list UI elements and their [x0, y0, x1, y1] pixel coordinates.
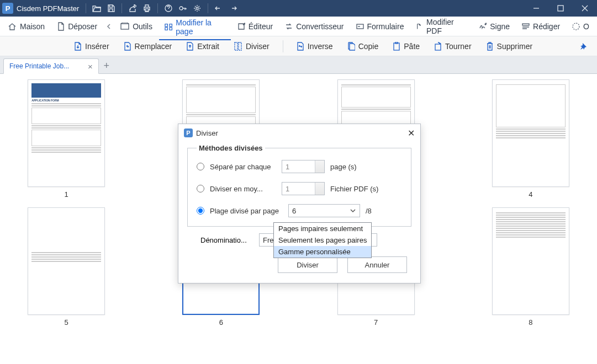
tool-insert[interactable]: Insérer [70, 40, 114, 52]
menu-file[interactable]: Déposer [51, 20, 103, 33]
radio-split-average[interactable] [197, 185, 204, 192]
split-range-row: Plage divisé par page 6 /8 [197, 204, 402, 217]
menu-home[interactable]: Maison [2, 20, 50, 33]
document-tab[interactable]: Free Printable Job... × [3, 58, 99, 74]
page-thumbnail[interactable]: APPLICATION FORM 1 [22, 79, 110, 199]
svg-rect-6 [170, 24, 172, 26]
menu-sign[interactable]: Signe [473, 20, 515, 33]
page-number: 6 [219, 318, 223, 326]
menu-edit-pdf[interactable]: Modifier PDF [410, 15, 472, 38]
dropdown-option-custom[interactable]: Gamme personnalisée [274, 246, 371, 258]
page-number: 4 [529, 190, 532, 199]
menu-editor[interactable]: Éditeur [232, 20, 278, 33]
tool-replace-label: Remplacer [135, 42, 172, 51]
page-number: 8 [529, 318, 532, 326]
toolbar: Insérer Remplacer Extrait Diviser Invers… [0, 36, 597, 56]
menu-edit-page[interactable]: Modifier la page [159, 16, 231, 40]
tool-copy-label: Copie [358, 42, 379, 51]
tool-extract[interactable]: Extrait [182, 40, 224, 52]
app-title: Cisdem PDFMaster [17, 4, 79, 13]
split-average-value[interactable]: 1 [282, 182, 325, 195]
dialog-close-icon[interactable]: ✕ [408, 128, 415, 138]
add-tab-button[interactable]: + [99, 58, 114, 73]
radio-split-each[interactable] [197, 163, 204, 170]
print-icon[interactable] [140, 0, 154, 17]
tool-insert-label: Insérer [85, 42, 109, 51]
app-icon: P [2, 3, 13, 14]
key-icon[interactable] [176, 0, 190, 17]
menu-converter-label: Convertisseur [296, 22, 344, 31]
menu-ocr-label: O [583, 22, 589, 31]
menu-tools[interactable]: Outils [115, 20, 158, 33]
settings-icon[interactable] [190, 0, 204, 17]
radio-split-average-label: Diviser en moy... [210, 185, 276, 193]
cancel-button[interactable]: Annuler [347, 256, 407, 273]
svg-rect-7 [165, 27, 167, 29]
svg-rect-5 [165, 24, 167, 26]
separator [157, 3, 158, 13]
open-icon[interactable] [89, 0, 104, 17]
page-thumbnail[interactable]: 4 [487, 79, 575, 199]
tool-copy[interactable]: Copie [343, 40, 383, 52]
split-each-suffix: page (s) [330, 163, 357, 171]
minimize-button[interactable] [524, 0, 548, 17]
range-dropdown: Pages impaires seulement Seulement les p… [273, 222, 372, 258]
menu-form[interactable]: Formulaire [351, 20, 410, 33]
tool-split-label: Diviser [246, 42, 270, 51]
tabstrip: Free Printable Job... × + [0, 56, 597, 74]
close-button[interactable] [573, 0, 597, 17]
tool-reverse[interactable]: Inverse [292, 40, 337, 52]
menu-editor-label: Éditeur [249, 22, 273, 31]
tab-label: Free Printable Job... [9, 62, 69, 70]
split-button[interactable]: Diviser [278, 256, 337, 273]
dialog-title: Diviser [196, 129, 218, 137]
radio-split-range-label: Plage divisé par page [210, 207, 283, 215]
menu-tools-label: Outils [133, 22, 152, 31]
tab-close-icon[interactable]: × [88, 62, 93, 71]
radio-split-each-label: Séparé par chaque [210, 163, 276, 171]
page-number: 5 [65, 318, 68, 326]
menu-ocr[interactable]: O [567, 20, 595, 33]
share-icon[interactable] [125, 0, 140, 17]
split-dialog: P Diviser ✕ Méthodes divisées Séparé par… [178, 124, 421, 283]
menu-converter[interactable]: Convertisseur [279, 20, 349, 33]
pin-icon[interactable] [575, 41, 591, 52]
dropdown-option-odd[interactable]: Pages impaires seulement [274, 223, 371, 234]
split-range-combo[interactable]: 6 [288, 204, 360, 217]
tool-paste[interactable]: Pâte [388, 40, 424, 52]
split-methods-legend: Méthodes divisées [197, 144, 265, 152]
tool-delete-label: Supprimer [497, 42, 533, 51]
menubar: Maison Déposer Outils Modifier la page É… [0, 17, 597, 36]
scroll-left-icon[interactable] [104, 23, 114, 30]
page-thumbnail[interactable]: 8 [487, 207, 575, 326]
svg-rect-8 [170, 27, 172, 29]
page-thumbnail[interactable]: 5 [22, 207, 110, 326]
svg-point-2 [196, 7, 198, 9]
tool-rotate[interactable]: Tourner [430, 40, 476, 52]
undo-icon[interactable] [212, 0, 226, 17]
split-range-value: 6 [292, 207, 296, 215]
menu-redact[interactable]: Rédiger [516, 20, 566, 33]
svg-rect-3 [558, 6, 563, 11]
dialog-icon: P [184, 129, 193, 137]
menu-file-label: Déposer [68, 22, 97, 31]
dropdown-option-even[interactable]: Seulement les pages paires [274, 234, 371, 246]
save-icon[interactable] [104, 0, 118, 17]
help-icon[interactable] [161, 0, 176, 17]
svg-rect-14 [435, 44, 441, 50]
tool-delete[interactable]: Supprimer [482, 40, 537, 52]
svg-point-1 [179, 7, 183, 10]
split-each-value[interactable]: 1 [282, 160, 325, 173]
tool-replace[interactable]: Remplacer [119, 40, 177, 52]
tool-split[interactable]: Diviser [229, 40, 274, 52]
radio-split-range[interactable] [197, 207, 204, 215]
tool-paste-label: Pâte [404, 42, 420, 51]
menu-redact-label: Rédiger [533, 22, 560, 31]
tool-rotate-label: Tourner [445, 42, 471, 51]
maximize-button[interactable] [548, 0, 573, 17]
menu-edit-pdf-label: Modifier PDF [426, 18, 467, 35]
output-name-label: Dénominatio... [200, 236, 253, 244]
redo-icon[interactable] [226, 0, 240, 17]
svg-rect-4 [121, 24, 129, 29]
menu-sign-label: Signe [490, 22, 510, 31]
